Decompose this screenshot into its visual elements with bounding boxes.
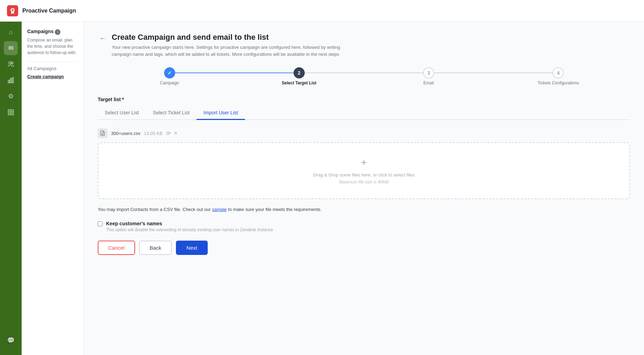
sidebar-icon-chat[interactable]: 💬 — [4, 333, 18, 347]
svg-point-1 — [9, 62, 11, 64]
left-panel-divider — [27, 61, 78, 62]
step-circle-target: 2 — [294, 67, 305, 78]
sidebar-icon-email[interactable]: ✉ — [4, 41, 18, 55]
svg-rect-3 — [8, 80, 9, 83]
left-panel-desc: Compose an email, plan the time, and cho… — [27, 37, 78, 56]
import-info-before: You may import Contacts from a CSV file.… — [98, 207, 212, 212]
sidebar-icon-grid[interactable] — [4, 105, 18, 119]
topbar: Proactive Campaign — [0, 0, 644, 22]
svg-rect-6 — [8, 110, 10, 112]
step-circle-campaign: ✓ — [164, 67, 175, 78]
keep-names-row: Keep customer's names This option will d… — [98, 220, 630, 232]
left-panel-title: Campaigns — [27, 29, 53, 34]
app-logo — [7, 5, 18, 16]
svg-rect-7 — [12, 110, 14, 112]
upload-plus-icon: + — [361, 157, 367, 168]
file-size: 13.05 KB — [144, 131, 163, 136]
all-campaigns-link[interactable]: All Campaigns — [27, 66, 78, 71]
tabs-container: Select User List Select Ticket List Impo… — [98, 106, 630, 120]
sidebar-icon-users[interactable] — [4, 57, 18, 71]
main-content: ← Create Campaign and send email to the … — [84, 22, 644, 355]
step-email: 3 Email — [364, 67, 494, 85]
steps-container: ✓ Campaign 2 Select Target List 3 Email … — [98, 67, 630, 85]
upload-size-hint: Maximum file size is 40MB — [339, 180, 388, 184]
file-remove-icon[interactable]: × — [174, 130, 177, 136]
page-header: ← Create Campaign and send email to the … — [98, 33, 630, 58]
keep-names-desc: This option will disable the overwriting… — [106, 227, 273, 232]
step-label-tickets: Tickets Configurations — [538, 81, 579, 85]
file-icon — [98, 128, 108, 138]
tab-select-ticket-list[interactable]: Select Ticket List — [146, 106, 197, 120]
sidebar-icon-reports[interactable] — [4, 73, 18, 87]
back-nav-button[interactable]: ← — [98, 33, 108, 44]
page-header-text: Create Campaign and send email to the li… — [112, 33, 349, 58]
back-button[interactable]: Back — [139, 241, 172, 255]
svg-rect-5 — [12, 78, 13, 83]
keep-names-text: Keep customer's names This option will d… — [106, 220, 273, 232]
step-circle-email: 3 — [423, 67, 434, 78]
step-tickets-config: 4 Tickets Configurations — [494, 67, 623, 85]
step-select-target: 2 Select Target List — [234, 67, 364, 85]
sidebar: ⌂ ✉ ⚙ 💬 — [0, 22, 22, 355]
step-label-target: Select Target List — [282, 81, 316, 85]
file-refresh-icon[interactable]: ⟳ — [166, 130, 171, 137]
keep-names-checkbox[interactable] — [98, 221, 103, 226]
svg-rect-8 — [8, 113, 10, 115]
action-buttons: Cancel Back Next — [98, 241, 630, 255]
upload-drag-text: Drag & Drop some files here, or click to… — [313, 172, 414, 178]
file-name: 300+users.csv — [111, 131, 140, 136]
tab-import-user-list[interactable]: Import User List — [197, 106, 245, 120]
upload-area[interactable]: + Drag & Drop some files here, or click … — [98, 142, 630, 199]
sidebar-icon-settings[interactable]: ⚙ — [4, 89, 18, 103]
step-label-campaign: Campaign — [160, 81, 179, 85]
import-info-text: You may import Contacts from a CSV file.… — [98, 206, 630, 213]
cancel-button[interactable]: Cancel — [98, 241, 135, 255]
page-description: Your new proactive campaign starts here.… — [112, 44, 349, 58]
sidebar-bottom: 💬 — [4, 333, 18, 355]
target-list-label: Target list * — [98, 97, 630, 102]
create-campaign-link[interactable]: Create campaign — [27, 74, 78, 79]
svg-rect-4 — [10, 78, 11, 83]
import-info-after: to make sure your file meets the require… — [227, 207, 321, 212]
sidebar-icon-home[interactable]: ⌂ — [4, 25, 18, 39]
step-label-email: Email — [423, 81, 434, 85]
next-button[interactable]: Next — [176, 241, 208, 255]
app-title: Proactive Campaign — [22, 8, 76, 14]
tab-select-user-list[interactable]: Select User List — [98, 106, 146, 120]
svg-point-0 — [12, 9, 14, 11]
left-panel: Campaigns i Compose an email, plan the t… — [22, 22, 84, 355]
svg-point-2 — [12, 62, 13, 64]
page-title: Create Campaign and send email to the li… — [112, 33, 349, 42]
svg-rect-9 — [12, 113, 14, 115]
sample-link[interactable]: sample — [212, 207, 227, 212]
step-circle-tickets: 4 — [553, 67, 564, 78]
keep-names-label[interactable]: Keep customer's names — [106, 221, 162, 226]
campaigns-badge: i — [55, 29, 60, 35]
step-campaign: ✓ Campaign — [105, 67, 234, 85]
file-item: 300+users.csv 13.05 KB ⟳ × — [98, 128, 630, 138]
